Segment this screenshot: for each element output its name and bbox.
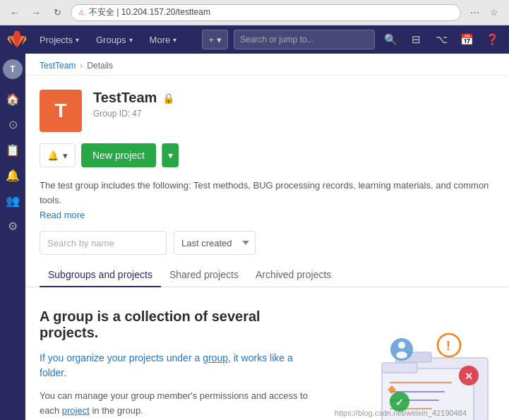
- group-description: The test group includes the following: T…: [25, 179, 509, 231]
- sidebar-projects-icon[interactable]: ⊙: [1, 113, 24, 136]
- back-button[interactable]: ←: [7, 5, 23, 20]
- bell-icon: 🔔: [47, 150, 59, 161]
- group-id: Group ID: 47: [93, 109, 495, 119]
- new-item-button[interactable]: + ▾: [202, 30, 228, 49]
- group-name: TestTeam 🔒: [93, 90, 495, 106]
- svg-rect-3: [382, 363, 417, 373]
- tab-shared-projects[interactable]: Shared projects: [161, 263, 247, 287]
- empty-state: A group is a collection of several proje…: [25, 287, 509, 420]
- empty-state-illustration: ✓ ✕ !: [340, 308, 495, 420]
- user-avatar[interactable]: T: [3, 59, 23, 79]
- help-button[interactable]: ❓: [482, 30, 502, 49]
- search-button[interactable]: 🔍: [381, 30, 400, 49]
- browser-star-icon[interactable]: ☆: [486, 5, 502, 20]
- empty-state-body: You can manage your group member's permi…: [40, 389, 318, 419]
- notification-button[interactable]: 🔔 ▾: [40, 143, 76, 167]
- page-layout: T 🏠 ⊙ 📋 🔔 👥 ⚙ TestTeam › Details T TestT…: [0, 54, 509, 420]
- read-more-link[interactable]: Read more: [40, 210, 85, 220]
- filter-bar: Last created Name Last updated Most star…: [25, 231, 509, 255]
- sidebar-settings-icon[interactable]: ⚙: [1, 215, 24, 237]
- new-project-button[interactable]: New project: [81, 143, 156, 167]
- browser-menu-icon[interactable]: ⋯: [467, 5, 482, 20]
- svg-point-15: [398, 342, 405, 349]
- new-project-dropdown-button[interactable]: ▾: [162, 143, 179, 167]
- action-bar: 🔔 ▾ New project ▾: [25, 143, 509, 179]
- project-link[interactable]: project: [62, 405, 90, 416]
- watermark: https://blog.csdn.net/weixin_42190484: [335, 409, 467, 417]
- breadcrumb: TestTeam › Details: [25, 54, 509, 76]
- browser-chrome: ← → ↻ ⚠ 不安全 | 10.204.157.20/testteam ⋯ ☆: [0, 0, 509, 25]
- more-chevron-icon: ▾: [173, 36, 176, 44]
- notification-chevron: ▾: [63, 150, 68, 161]
- address-text: 不安全 | 10.204.157.20/testteam: [89, 6, 210, 18]
- top-navbar: Projects ▾ Groups ▾ More ▾ + ▾ Search or…: [0, 25, 509, 54]
- sidebar-notifications-icon[interactable]: 🔔: [1, 164, 24, 186]
- dock-icon[interactable]: ⊟: [406, 30, 426, 49]
- security-icon: ⚠: [78, 8, 85, 16]
- refresh-button[interactable]: ↻: [49, 5, 65, 20]
- project-tabs: Subgroups and projects Shared projects A…: [25, 255, 509, 287]
- more-menu[interactable]: More ▾: [143, 30, 184, 49]
- empty-state-title: A group is a collection of several proje…: [40, 308, 318, 341]
- svg-text:✕: ✕: [465, 371, 473, 382]
- svg-text:!: !: [446, 339, 450, 353]
- plus-chevron-icon: ▾: [217, 35, 222, 45]
- calendar-icon[interactable]: 📅: [457, 30, 477, 49]
- sidebar-activity-icon[interactable]: 📋: [1, 138, 24, 161]
- sort-dropdown[interactable]: Last created Name Last updated Most star…: [174, 231, 256, 255]
- breadcrumb-parent-link[interactable]: TestTeam: [40, 61, 76, 71]
- nav-search-area: + ▾ Search or jump to... 🔍 ⊟ ⌥ 📅 ❓: [202, 30, 502, 49]
- forward-button[interactable]: →: [28, 5, 44, 20]
- search-input[interactable]: [40, 231, 167, 255]
- tab-archived-projects[interactable]: Archived projects: [247, 263, 340, 287]
- group-avatar: T: [40, 90, 82, 132]
- global-search-box[interactable]: Search or jump to...: [234, 30, 375, 49]
- gitlab-logo[interactable]: [7, 30, 27, 49]
- projects-menu[interactable]: Projects ▾: [32, 30, 86, 49]
- sidebar-members-icon[interactable]: 👥: [1, 189, 24, 212]
- groups-chevron-icon: ▾: [129, 36, 133, 44]
- group-info: TestTeam 🔒 Group ID: 47: [93, 90, 495, 119]
- lock-icon: 🔒: [162, 92, 174, 104]
- group-link[interactable]: group: [203, 352, 228, 364]
- address-bar[interactable]: ⚠ 不安全 | 10.204.157.20/testteam: [71, 4, 461, 21]
- group-header: T TestTeam 🔒 Group ID: 47: [25, 76, 509, 143]
- left-sidebar: T 🏠 ⊙ 📋 🔔 👥 ⚙: [0, 54, 25, 420]
- svg-point-16: [396, 352, 407, 359]
- empty-state-text: A group is a collection of several proje…: [40, 308, 318, 419]
- search-placeholder-text: Search or jump to...: [240, 35, 314, 44]
- breadcrumb-current: Details: [87, 61, 113, 71]
- empty-state-subtitle: If you organize your projects under a gr…: [40, 351, 318, 380]
- main-content: TestTeam › Details T TestTeam 🔒 Group ID…: [25, 54, 509, 420]
- groups-menu[interactable]: Groups ▾: [89, 30, 140, 49]
- tab-subgroups-and-projects[interactable]: Subgroups and projects: [40, 263, 161, 287]
- breadcrumb-separator: ›: [80, 61, 83, 71]
- svg-text:✓: ✓: [395, 397, 404, 408]
- sidebar-home-icon[interactable]: 🏠: [1, 88, 24, 110]
- browser-action-icons: ⋯ ☆: [467, 5, 502, 20]
- projects-chevron-icon: ▾: [76, 36, 79, 44]
- code-review-icon[interactable]: ⌥: [431, 30, 451, 49]
